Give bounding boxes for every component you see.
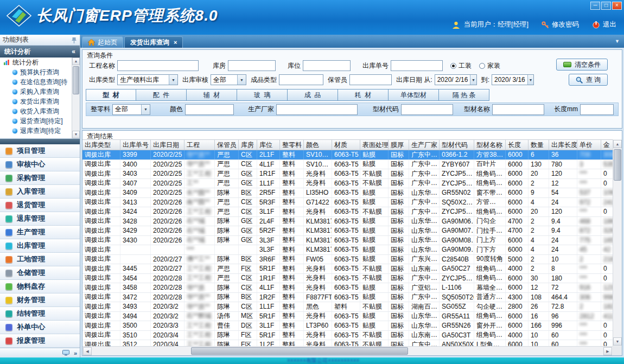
material-tab-2[interactable]: 辅 材 — [187, 89, 237, 101]
minimize-button[interactable]: ─ — [590, 2, 600, 10]
table-row[interactable]: 调拨出库34942020/3/2石**辉城汤伟M区5R1F整料光身料6063-T… — [82, 312, 613, 322]
material-tab-0[interactable]: 型 材 — [86, 89, 136, 101]
close-button[interactable]: × — [612, 2, 622, 10]
column-header[interactable]: 型材代码 — [440, 140, 474, 150]
column-header[interactable]: 单价 — [577, 140, 601, 150]
tree-item[interactable]: 预算执行查询 — [0, 67, 80, 77]
location-input[interactable] — [303, 60, 351, 71]
table-row[interactable]: 调拨出库33992020/2/25华**原**严思C区2L1F整料SV10…60… — [82, 150, 613, 160]
column-header[interactable]: 工程 — [184, 140, 215, 150]
scroll-right-icon[interactable]: ▶ — [603, 347, 612, 355]
column-header[interactable]: 数量 — [529, 140, 549, 150]
column-header[interactable]: 保管员 — [215, 140, 239, 150]
tab-list-caret-icon[interactable]: ▼ — [615, 39, 620, 44]
sidebar-item-finance[interactable]: 财务管理 — [0, 293, 80, 307]
scroll-down-icon[interactable]: ▼ — [613, 337, 622, 346]
column-header[interactable]: 长度 — [506, 140, 529, 150]
keeper-input[interactable] — [349, 74, 392, 85]
column-header[interactable]: 型材名称 — [474, 140, 506, 150]
group-header-statistics[interactable]: 统计分析 « — [0, 46, 80, 58]
audit-select[interactable]: 全部 ▼ — [211, 74, 246, 85]
material-tab-3[interactable]: 玻 璃 — [237, 89, 288, 101]
tree-scrollbar[interactable]: ▲ ▼ — [72, 58, 80, 138]
project-name-input[interactable] — [117, 60, 199, 71]
collapse-icon[interactable]: « — [72, 48, 75, 55]
table-row[interactable]: 调拨出库***3L3F整料KLM38176063-T5贴膜国标山东华…GA90M… — [82, 245, 613, 255]
column-header[interactable]: 出库类型 — [82, 140, 120, 150]
table-row[interactable]: 调拨出库34282020/2/26石**城陈琳G区2L4F整料KLM381760… — [82, 217, 613, 227]
maximize-button[interactable]: □ — [601, 2, 611, 10]
sidebar-item-carryover[interactable]: 结转管理 — [0, 307, 80, 321]
material-tab-6[interactable]: 单体型材 — [389, 89, 439, 101]
scroll-down-icon[interactable]: ▼ — [72, 131, 80, 138]
table-row[interactable]: 调拨出库34582020/2/28华**原陈琳C区4L1F整料光身料6063-T… — [82, 283, 613, 293]
column-header[interactable]: 出库单号 — [120, 140, 151, 150]
table-row[interactable]: 调拨出库34302020/2/26石**城陈琳G区3L3F整料KLM381760… — [82, 236, 613, 246]
tree-scroll-thumb[interactable] — [73, 66, 79, 94]
part-select[interactable]: 全部 ▼ — [112, 104, 150, 115]
table-row[interactable]: 调拨出库34722020/2/28华**原**陈琳B区1R2F整料F8877FT… — [82, 293, 613, 303]
sidebar-item-purchase[interactable]: 采购管理 — [0, 171, 80, 185]
tree-item[interactable]: 退库查询[待定 — [0, 126, 80, 136]
pin-icon[interactable] — [71, 37, 77, 43]
sidebar-item-warehouse[interactable]: 仓储管理 — [0, 266, 80, 280]
outbound-type-select[interactable]: 生产领料出库 ▼ — [117, 74, 178, 85]
profile-code-input[interactable] — [401, 104, 453, 115]
table-row[interactable]: 调拨出库34932020/3/2华**原**陈琳C区1L1F整料黑色塑料不贴膜国… — [82, 302, 613, 312]
table-row[interactable]: 调拨出库34452020/2/27工**工程严思F区5R1F整料光身料6063-… — [82, 264, 613, 274]
tree-item[interactable]: 收货入库查询 — [0, 106, 80, 116]
tree-item[interactable]: 在途信息查询[待 — [0, 77, 80, 87]
material-tab-1[interactable]: 配 件 — [136, 89, 187, 101]
search-button[interactable]: 查 询 — [569, 74, 608, 86]
radio-jiazhuang[interactable]: 家装 — [479, 61, 500, 71]
material-tab-4[interactable]: 成 品 — [288, 89, 338, 101]
sidebar-item-inventory[interactable]: 物料盘存 — [0, 280, 80, 293]
column-header[interactable]: 出库日期 — [151, 140, 184, 150]
color-input[interactable] — [185, 104, 234, 115]
order-no-input[interactable] — [391, 60, 443, 71]
material-tab-5[interactable]: 耗 材 — [338, 89, 389, 101]
column-header[interactable]: 表面处理 — [360, 140, 389, 150]
profile-name-input[interactable] — [492, 104, 544, 115]
date-from-picker[interactable]: 2020/ 2/16 ▼ — [435, 74, 477, 85]
tree-item[interactable]: 退货查询[待定] — [0, 116, 80, 126]
vertical-scrollbar[interactable]: ▲ ▼ — [613, 139, 622, 346]
table-row[interactable]: 调拨出库34292020/2/26石**城陈琳G区5R2F整料KLM381760… — [82, 226, 613, 236]
table-row[interactable]: 调拨出库34242020/2/26工**工程严思C区3L1F整料光身料6063-… — [82, 207, 613, 217]
scroll-up-icon[interactable]: ▲ — [613, 140, 622, 148]
sidebar-item-supplement[interactable]: 补单中心 — [0, 321, 80, 334]
scroll-left-icon[interactable]: ◀ — [83, 347, 92, 355]
logout-link[interactable]: 退出 — [592, 20, 616, 29]
computer-icon[interactable] — [62, 350, 69, 356]
length-input[interactable] — [580, 104, 614, 115]
sidebar-item-project[interactable]: 项目管理 — [0, 144, 80, 158]
radio-gongzhuang[interactable]: 工装 — [450, 61, 472, 71]
table-row[interactable]: 调拨出库34032020/2/25工**工程严思G区1R1F整料光身料6063-… — [82, 169, 613, 179]
maker-input[interactable] — [276, 104, 358, 115]
table-row[interactable]: 调拨出库35002020/3/3工**工程曹佳D区3L1F整料LT3P60606… — [82, 321, 613, 331]
sidebar-item-return-store[interactable]: 退库管理 — [0, 212, 80, 226]
horizontal-scrollbar[interactable]: ◀ ▶ — [82, 346, 613, 355]
column-header[interactable]: 材质 — [332, 140, 360, 150]
table-row[interactable]: 调拨出库35102020/3/4工**工程陈琳F区5R1F整料光身料6063-T… — [82, 331, 613, 341]
vertical-scroll-thumb[interactable] — [614, 149, 621, 181]
column-header[interactable]: 金 — [601, 140, 613, 150]
table-row[interactable]: 调拨出库34132020/2/26南**园**严思C区5R3F整料G714226… — [82, 198, 613, 208]
table-row[interactable]: 调拨出库2020/2/27佛**工**陈琳B区3R6F整料FW056063-T5… — [82, 255, 613, 265]
group-splitter[interactable] — [0, 139, 80, 144]
table-row[interactable]: 调拨出库34072020/2/25工**严思G区1L1F整料光身料6063-T5… — [82, 179, 613, 189]
table-row[interactable]: 调拨出库34092020/2/25长**园**陈琳B区2R5F整料LI35HO6… — [82, 188, 613, 198]
tree-root-statistics[interactable]: 统计分析 — [0, 58, 80, 67]
warehouse-input[interactable] — [228, 60, 276, 71]
scroll-up-icon[interactable]: ▲ — [72, 58, 80, 65]
column-header[interactable]: 颜色 — [304, 140, 332, 150]
tab-start-page[interactable]: 起始页 — [82, 36, 123, 48]
sidebar-item-production[interactable]: 生产管理 — [0, 226, 80, 239]
date-to-picker[interactable]: 2020/ 3/16 ▼ — [492, 74, 534, 85]
sidebar-item-audit[interactable]: 审核中心 — [0, 158, 80, 171]
table-row[interactable]: 调拨出库34542020/2/28工**工程严思C区1R1F整料光身料6063-… — [82, 274, 613, 284]
tab-close-icon[interactable]: × — [174, 39, 177, 46]
column-header[interactable]: 库房 — [239, 140, 257, 150]
tree-item[interactable]: 采购入库查询 — [0, 87, 80, 97]
sidebar-item-outbound[interactable]: 出库管理 — [0, 239, 80, 253]
